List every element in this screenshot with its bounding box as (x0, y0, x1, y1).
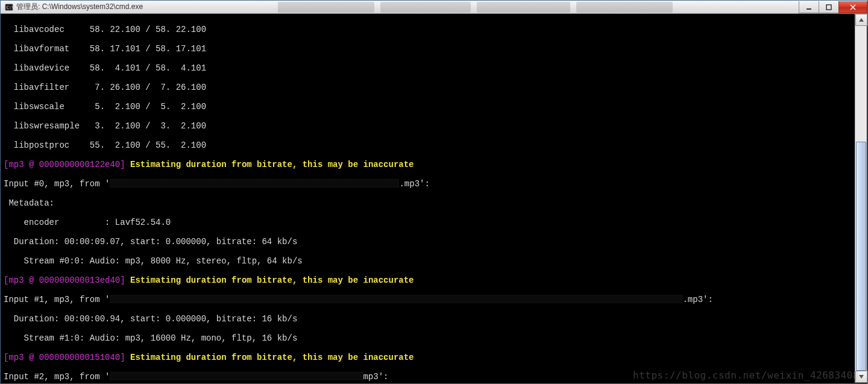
stream-line: Stream #0:0: Audio: mp3, 8000 Hz, stereo… (4, 256, 855, 266)
lib-line: libavcodec 58. 22.100 / 58. 22.100 (4, 25, 855, 34)
mp3-warning: [mp3 @ 000000000013ed40] Estimating dura… (4, 275, 855, 285)
metadata-label: Metadata: (4, 198, 855, 208)
lib-line: libavformat 58. 17.101 / 58. 17.101 (4, 44, 855, 54)
maximize-button[interactable] (819, 1, 839, 13)
close-button[interactable] (838, 1, 867, 13)
minimize-button[interactable] (799, 1, 819, 13)
titlebar[interactable]: C:\ 管理员: C:\Windows\system32\cmd.exe (1, 1, 867, 14)
svg-rect-3 (826, 5, 831, 10)
svg-text:C:\: C:\ (7, 5, 13, 10)
lib-line: libswresample 3. 2.100 / 3. 2.100 (4, 121, 855, 131)
duration-line: Duration: 00:00:00.94, start: 0.000000, … (4, 314, 855, 324)
cmd-window: C:\ 管理员: C:\Windows\system32\cmd.exe lib… (0, 0, 868, 384)
background-tabs (278, 2, 673, 13)
scrollbar-thumb[interactable] (856, 142, 866, 371)
svg-rect-2 (807, 8, 811, 10)
input-header: Input #0, mp3, from '.mp3': (4, 179, 855, 189)
scroll-down-button[interactable] (855, 371, 867, 383)
vertical-scrollbar[interactable] (855, 14, 867, 383)
encoder-line: encoder : Lavf52.54.0 (4, 218, 855, 227)
scroll-up-button[interactable] (855, 14, 867, 26)
lib-line: libpostproc 55. 2.100 / 55. 2.100 (4, 140, 855, 150)
console-output[interactable]: libavcodec 58. 22.100 / 58. 22.100 libav… (1, 14, 855, 383)
cmd-icon: C:\ (4, 2, 14, 12)
duration-line: Duration: 00:00:09.07, start: 0.000000, … (4, 237, 855, 247)
input-header: Input #2, mp3, from 'mp3': (4, 372, 855, 382)
mp3-warning: [mp3 @ 0000000000151040] Estimating dura… (4, 353, 855, 362)
lib-line: libavfilter 7. 26.100 / 7. 26.100 (4, 83, 855, 92)
mp3-warning: [mp3 @ 0000000000122e40] Estimating dura… (4, 160, 855, 169)
window-buttons (799, 1, 867, 14)
input-header: Input #1, mp3, from '.mp3': (4, 295, 855, 304)
stream-line: Stream #1:0: Audio: mp3, 16000 Hz, mono,… (4, 333, 855, 343)
scrollbar-track[interactable] (855, 26, 867, 371)
lib-line: libavdevice 58. 4.101 / 58. 4.101 (4, 63, 855, 73)
window-title: 管理员: C:\Windows\system32\cmd.exe (16, 2, 143, 12)
lib-line: libswscale 5. 2.100 / 5. 2.100 (4, 102, 855, 112)
